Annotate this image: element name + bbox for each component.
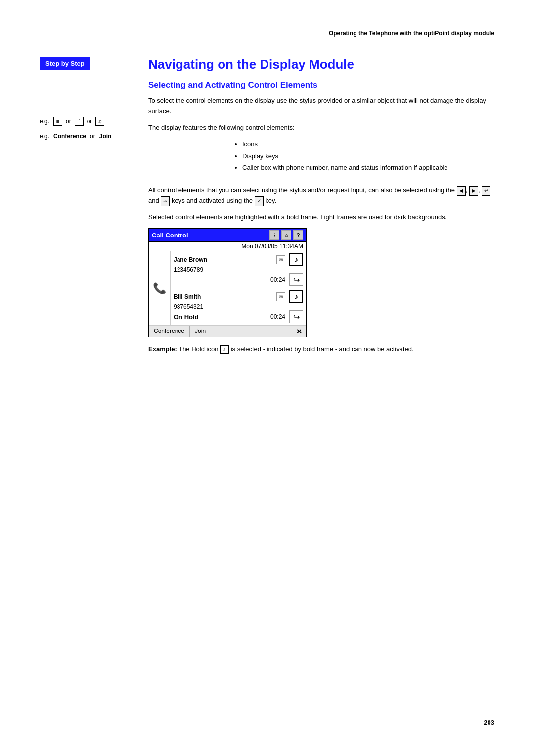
bullet-icons: Icons <box>242 139 494 150</box>
right-bullets-col: Icons Display keys Caller box with phone… <box>232 139 494 179</box>
step-by-step-label: Step by Step <box>40 57 90 70</box>
footer-close-icon[interactable]: ✕ <box>292 326 306 337</box>
join-label: Join <box>99 130 112 142</box>
example-label: Example: <box>148 345 177 353</box>
display-header-title: Call Control <box>152 232 269 239</box>
display-phone-icon: 📞 <box>149 251 171 325</box>
display-datetime: Mon 07/03/05 11:34AM <box>149 242 306 251</box>
display-home-icon: ⌂ <box>281 230 291 240</box>
call1-hold-button[interactable]: ♪ <box>289 253 303 266</box>
call1-transfer-button[interactable]: ↪ <box>289 273 303 286</box>
para4: Selected control elements are highlighte… <box>148 212 494 223</box>
example-body: The Hold icon <box>178 345 220 353</box>
page-number: 203 <box>484 719 494 726</box>
call2-name: Bill Smith <box>174 293 274 300</box>
conference-button[interactable]: Conference <box>149 326 190 337</box>
call2-row3: On Hold 00:24 ↪ <box>174 310 303 323</box>
bullet-list: Icons Display keys Caller box with phone… <box>242 139 494 173</box>
call2-contact-icon: ✉ <box>276 292 285 301</box>
sidebar: Step by Step e.g. ≡ or ⋮ or ♫ e.g. <box>40 42 138 361</box>
display-grid-icon: ⋮ <box>269 230 279 240</box>
display-header: Call Control ⋮ ⌂ ? <box>149 229 306 242</box>
header-text: Operating the Telephone with the optiPoi… <box>329 30 494 37</box>
example-note: Example: The Hold icon ♪ is selected - i… <box>148 344 494 355</box>
page-title: Navigating on the Display Module <box>148 57 494 72</box>
call1-time: 00:24 <box>270 276 285 283</box>
left-arrow-key: ◀ <box>457 186 466 196</box>
call1-number: 123456789 <box>174 266 203 273</box>
sidebar-examples: e.g. ≡ or ⋮ or ♫ e.g. Conference or Join <box>40 115 129 143</box>
footer-icons: ⋮ ✕ <box>276 326 306 337</box>
example-icons-line: e.g. ≡ or ⋮ or ♫ <box>40 115 129 128</box>
forward-key: ⇥ <box>161 196 170 206</box>
call1-row2: 123456789 <box>174 266 303 273</box>
para1: To select the control elements on the di… <box>148 96 494 117</box>
call2-time: 00:24 <box>270 313 285 320</box>
content-area: Navigating on the Display Module Selecti… <box>138 42 494 361</box>
call2-row1: Bill Smith ✉ ♪ <box>174 290 303 303</box>
grid-icon: ⋮ <box>75 117 84 126</box>
eg-text1: e.g. <box>40 115 49 128</box>
display-header-icons: ⋮ ⌂ ? <box>269 230 303 240</box>
para2: The display features the following contr… <box>148 123 494 133</box>
back-key: ↩ <box>482 186 490 196</box>
menu-icon: ≡ <box>53 117 62 126</box>
page-header: Operating the Telephone with the optiPoi… <box>0 0 534 42</box>
call1-row3: 00:24 ↪ <box>174 273 303 286</box>
example-text-line: e.g. Conference or Join <box>40 130 129 142</box>
call2-hold-button[interactable]: ♪ <box>289 290 303 303</box>
join-button[interactable]: Join <box>190 326 211 337</box>
section-title: Selecting and Activating Control Element… <box>148 80 494 90</box>
example-body2: is selected - indicated by bold frame - … <box>231 345 414 353</box>
main-content: Step by Step e.g. ≡ or ⋮ or ♫ e.g. <box>0 42 534 361</box>
call1-contact-icon: ✉ <box>276 255 285 264</box>
two-col-section: Icons Display keys Caller box with phone… <box>148 139 494 179</box>
display-call-1: Jane Brown ✉ ♪ 123456789 <box>171 251 306 288</box>
right-arrow-key: ▶ <box>469 186 478 196</box>
call1-row1: Jane Brown ✉ ♪ <box>174 253 303 266</box>
call2-number: 987654321 <box>174 303 203 310</box>
eg-text2: e.g. <box>40 130 49 142</box>
call2-transfer-button[interactable]: ↪ <box>289 310 303 323</box>
note-icon: ♫ <box>95 117 104 126</box>
call2-row2: 987654321 <box>174 303 303 310</box>
para3: All control elements that you can select… <box>148 186 494 206</box>
bullet-display-keys: Display keys <box>242 150 494 162</box>
or-text1: or <box>66 115 71 128</box>
display-question-icon: ? <box>293 230 303 240</box>
display-footer: Conference Join ⋮ ✕ <box>149 326 306 337</box>
or-text3: or <box>90 130 95 142</box>
check-key: ✓ <box>255 196 264 206</box>
hold-icon-example: ♪ <box>220 345 229 354</box>
call1-name: Jane Brown <box>174 256 274 263</box>
page: Operating the Telephone with the optiPoi… <box>0 0 534 756</box>
display-main: 📞 Jane Brown ✉ ♪ <box>149 251 306 326</box>
or-text2: or <box>87 115 92 128</box>
display-module: Call Control ⋮ ⌂ ? Mon 07/03/05 11:34AM … <box>148 228 307 337</box>
call2-status: On Hold <box>174 313 199 321</box>
display-call-2: Bill Smith ✉ ♪ 987654321 On Hold <box>171 288 306 325</box>
display-calls: Jane Brown ✉ ♪ 123456789 <box>171 251 306 325</box>
bullet-caller-box: Caller box with phone number, name and s… <box>242 162 494 173</box>
left-icons-col <box>148 139 232 179</box>
footer-grid-icon: ⋮ <box>276 327 292 336</box>
conference-label: Conference <box>53 130 86 142</box>
